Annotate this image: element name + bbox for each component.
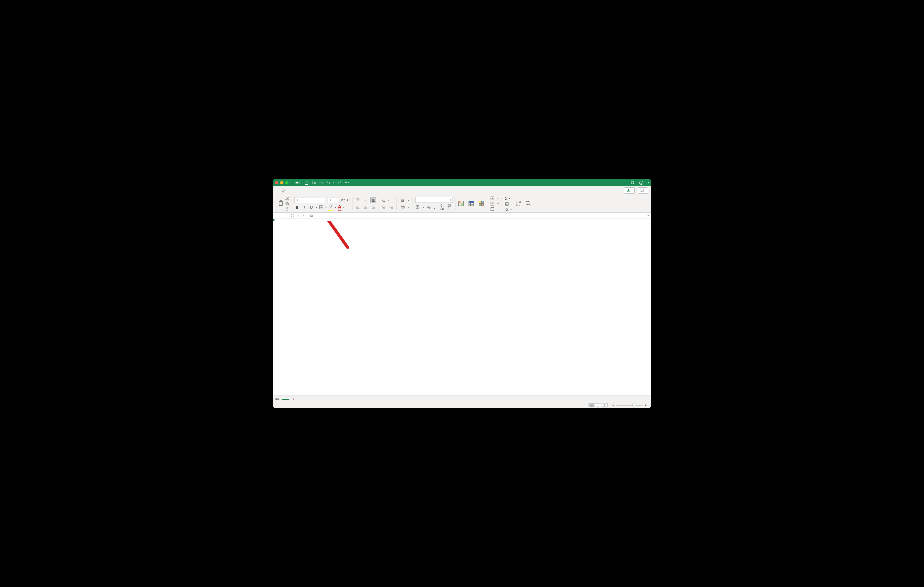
svg-line-70 (529, 204, 530, 206)
cut-icon[interactable] (285, 197, 289, 201)
increase-decimal-icon[interactable]: .0.00 (440, 204, 444, 210)
sheet-nav-prev-icon[interactable]: ◀ (274, 397, 277, 401)
svg-rect-58 (479, 201, 481, 203)
ribbon-tabs (273, 186, 651, 195)
format-painter-icon[interactable] (285, 207, 289, 211)
align-top-icon[interactable] (355, 197, 361, 203)
clear-button[interactable]: ▾ (504, 207, 512, 212)
view-page-layout-icon[interactable] (595, 403, 601, 408)
format-cells-button[interactable]: ▾ (490, 207, 499, 211)
print-icon[interactable] (319, 181, 323, 185)
smile-icon[interactable] (639, 181, 644, 185)
sort-filter-button[interactable] (515, 200, 522, 207)
bold-button[interactable]: B (294, 205, 300, 210)
svg-text:$: $ (417, 206, 418, 208)
find-select-button[interactable] (525, 200, 531, 207)
svg-rect-61 (482, 204, 484, 206)
view-page-break-icon[interactable] (602, 403, 607, 408)
sheet-tab[interactable] (282, 398, 289, 400)
sheet-nav-next-icon[interactable]: ▶ (277, 397, 280, 401)
svg-rect-73 (590, 404, 593, 406)
zoom-out-button[interactable]: − (612, 403, 614, 407)
wrap-text-button[interactable]: ▾ (399, 197, 410, 203)
sheet-tab-bar: ◀ ▶ + (273, 396, 651, 402)
accept-formula-icon[interactable]: ✓ (302, 214, 305, 218)
zoom-in-button[interactable]: + (645, 403, 647, 407)
name-box[interactable] (273, 213, 290, 219)
font-color-icon[interactable]: A (338, 204, 342, 210)
svg-rect-57 (469, 201, 474, 203)
decrease-indent-icon[interactable] (380, 204, 386, 210)
svg-rect-59 (482, 201, 484, 203)
delete-cells-button[interactable]: ▾ (490, 201, 499, 206)
underline-button[interactable]: U (309, 205, 314, 210)
align-middle-icon[interactable] (363, 197, 368, 203)
share-button[interactable] (624, 187, 635, 194)
font-size-dropdown[interactable]: ▾ (327, 197, 339, 203)
conditional-formatting-button[interactable] (458, 200, 464, 207)
ribbon: ▾ ▾ A▴ A▾ B I U▾ ▾ ▾ A▾ (273, 195, 651, 212)
svg-rect-60 (479, 204, 481, 206)
cell-styles-button[interactable] (478, 200, 485, 207)
copy-icon[interactable] (285, 202, 289, 206)
svg-rect-50 (459, 201, 461, 203)
number-format-dropdown[interactable]: ▾ (415, 197, 453, 203)
qat-overflow-icon[interactable]: ••• (345, 181, 349, 184)
merge-center-button[interactable]: ▾ (399, 204, 410, 210)
svg-rect-78 (605, 404, 606, 406)
svg-line-72 (318, 220, 348, 247)
titlebar: ▾ ••• ▾ (273, 179, 651, 186)
svg-point-4 (639, 181, 643, 185)
minimize-window-button[interactable] (280, 181, 284, 184)
decrease-font-icon[interactable]: A▾ (346, 198, 350, 202)
save-icon[interactable] (312, 181, 316, 185)
align-center-icon[interactable] (363, 204, 368, 210)
redo-icon[interactable] (338, 181, 342, 185)
border-icon[interactable] (319, 205, 323, 210)
maximize-window-button[interactable] (285, 181, 289, 184)
increase-font-icon[interactable]: A▴ (341, 198, 345, 202)
tell-me-search[interactable] (281, 189, 287, 193)
font-name-dropdown[interactable]: ▾ (294, 197, 325, 203)
close-window-button[interactable] (275, 181, 278, 184)
undo-icon[interactable] (326, 181, 330, 185)
comments-button[interactable] (638, 187, 648, 194)
paste-button[interactable] (277, 200, 284, 207)
cancel-formula-icon[interactable]: ✕ (297, 214, 299, 218)
svg-point-2 (631, 181, 634, 184)
add-sheet-button[interactable]: + (289, 397, 298, 401)
svg-rect-42 (401, 206, 404, 208)
fill-button[interactable]: ▾ (504, 202, 512, 206)
svg-rect-51 (461, 203, 464, 206)
svg-rect-1 (320, 183, 322, 184)
decrease-decimal-icon[interactable]: .00.0 (447, 204, 451, 210)
format-as-table-button[interactable] (468, 200, 475, 207)
align-left-icon[interactable] (355, 204, 361, 210)
percent-icon[interactable]: % (427, 205, 431, 210)
fx-icon[interactable]: fx (308, 214, 315, 217)
svg-line-3 (634, 184, 634, 184)
align-bottom-icon[interactable] (370, 197, 376, 203)
spreadsheet-grid[interactable] (273, 219, 651, 396)
svg-rect-76 (597, 404, 599, 406)
increase-indent-icon[interactable] (388, 204, 394, 210)
italic-button[interactable]: I (302, 205, 307, 210)
expand-formula-bar-icon[interactable]: ▼ (645, 214, 651, 217)
search-icon[interactable] (630, 181, 635, 185)
accounting-icon[interactable]: $ (415, 205, 420, 210)
annotation-arrow (312, 220, 354, 257)
comma-icon[interactable]: , (434, 205, 435, 210)
autosave-toggle[interactable] (294, 181, 301, 184)
zoom-slider[interactable] (616, 405, 643, 406)
status-bar: − + (273, 402, 651, 408)
home-icon[interactable] (305, 181, 309, 185)
formula-bar: ▴▾ ✕ ✓ fx ▼ (273, 212, 651, 219)
view-normal-icon[interactable] (589, 403, 594, 408)
fill-color-icon[interactable] (328, 204, 333, 210)
svg-rect-77 (603, 404, 605, 406)
autosum-button[interactable]: Σ▾ (504, 196, 512, 201)
orientation-icon[interactable] (380, 197, 386, 203)
align-right-icon[interactable] (370, 204, 376, 210)
fill-handle[interactable] (273, 219, 275, 221)
insert-cells-button[interactable]: ▾ (490, 196, 499, 201)
